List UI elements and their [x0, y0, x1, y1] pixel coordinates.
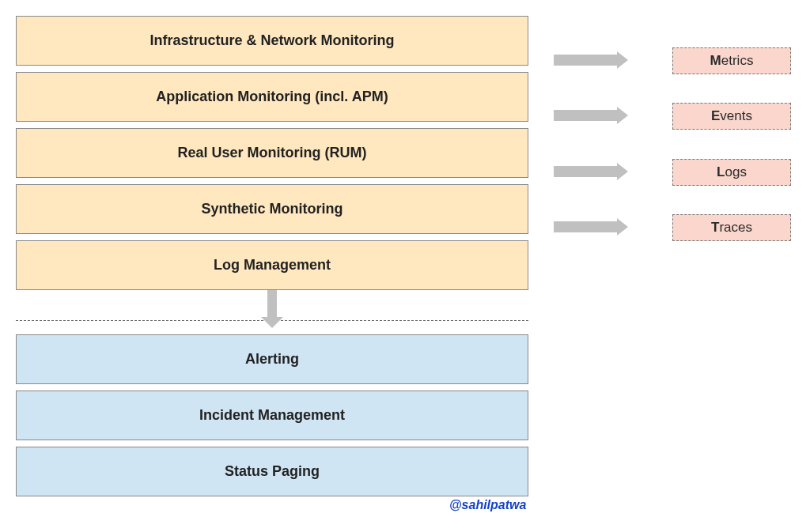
arrow-down-icon [261, 290, 283, 328]
pill-rest: vents [720, 108, 752, 123]
monitoring-box: Real User Monitoring (RUM) [16, 128, 528, 178]
arrow-right-icon [554, 51, 633, 69]
pill-rest: etrics [721, 53, 754, 68]
arrow-right-icon [554, 218, 633, 236]
main-column: Infrastructure & Network Monitoring Appl… [16, 16, 528, 496]
attribution-handle: @sahilpatwa [449, 498, 794, 512]
pill-rest: races [719, 220, 752, 235]
arrow-right-icon [554, 163, 633, 180]
pill-lead: M [710, 53, 721, 68]
pill-rest: ogs [725, 164, 746, 179]
divider-row [16, 296, 528, 334]
monitoring-box: Log Management [16, 240, 528, 290]
telemetry-pill-logs: Logs [672, 159, 791, 186]
telemetry-pill-metrics: Metrics [672, 47, 791, 74]
diagram-root: Infrastructure & Network Monitoring Appl… [16, 16, 794, 496]
monitoring-box: Infrastructure & Network Monitoring [16, 16, 528, 66]
ops-box: Incident Management [16, 391, 528, 440]
pill-lead: E [711, 108, 720, 123]
pill-lead: T [711, 220, 719, 235]
ops-box: Alerting [16, 334, 528, 384]
telemetry-pill-traces: Traces [672, 214, 791, 241]
arrow-right-icon [554, 107, 633, 124]
ops-box: Status Paging [16, 447, 528, 496]
monitoring-box: Application Monitoring (incl. APM) [16, 72, 528, 122]
telemetry-pill-events: Events [672, 103, 791, 130]
pill-lead: L [717, 164, 725, 179]
monitoring-box: Synthetic Monitoring [16, 184, 528, 234]
